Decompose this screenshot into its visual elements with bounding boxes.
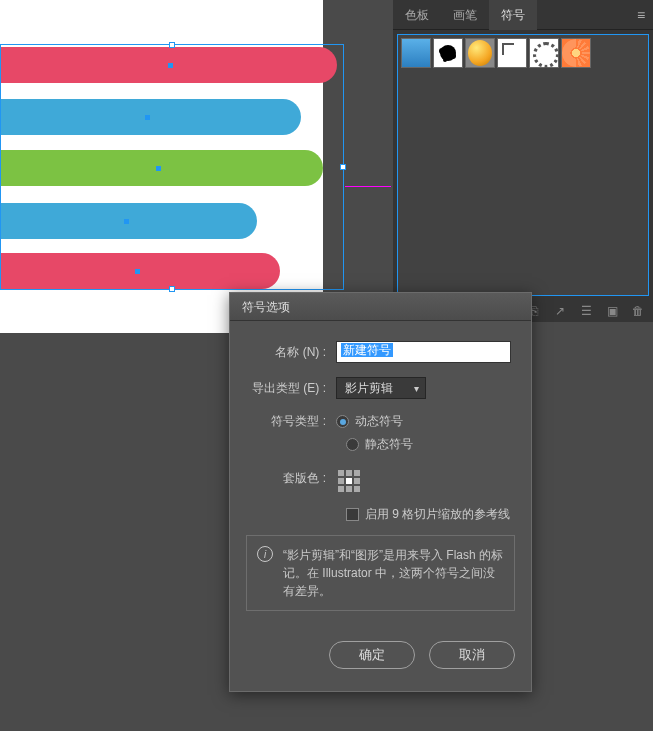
shape-red-2[interactable]	[0, 253, 280, 289]
radio-dynamic-symbol[interactable]	[336, 415, 349, 428]
symbol-options-dialog: 符号选项 名称 (N) : 新建符号 导出类型 (E) : 影片剪辑 符号类型 …	[229, 292, 532, 692]
static-symbol-label: 静态符号	[365, 436, 413, 453]
enable-9slice-checkbox[interactable]	[346, 508, 359, 521]
symbol-orange-ball[interactable]	[465, 38, 495, 68]
symbol-gerbera-flower[interactable]	[561, 38, 591, 68]
symbol-options-icon[interactable]: ☰	[579, 304, 593, 318]
anchor-point[interactable]	[156, 166, 161, 171]
anchor-point[interactable]	[135, 269, 140, 274]
enable-9slice-label: 启用 9 格切片缩放的参考线	[365, 506, 510, 523]
canvas-area[interactable]	[0, 0, 323, 333]
symbols-panel: 色板 画笔 符号 ≡ ⎘ ↗ ☰ ▣ 🗑	[393, 0, 653, 322]
symbol-gear-ring[interactable]	[529, 38, 559, 68]
export-type-label: 导出类型 (E) :	[246, 380, 336, 397]
delete-symbol-icon[interactable]: 🗑	[631, 304, 645, 318]
dynamic-symbol-label: 动态符号	[355, 413, 403, 430]
cancel-button[interactable]: 取消	[429, 641, 515, 669]
dialog-title[interactable]: 符号选项	[230, 293, 531, 321]
anchor-point[interactable]	[124, 219, 129, 224]
info-text: “影片剪辑”和“图形”是用来导入 Flash 的标记。在 Illustrator…	[283, 546, 504, 600]
symbol-gradient-bar[interactable]	[401, 38, 431, 68]
radio-static-symbol[interactable]	[346, 438, 359, 451]
symbol-corner-mark[interactable]	[497, 38, 527, 68]
name-label: 名称 (N) :	[246, 344, 336, 361]
panel-tabs: 色板 画笔 符号 ≡	[393, 0, 653, 30]
panel-body	[393, 30, 653, 300]
name-input[interactable]: 新建符号	[336, 341, 511, 363]
symbol-ink-splat[interactable]	[433, 38, 463, 68]
registration-label: 套版色 :	[246, 470, 336, 487]
panel-menu-icon[interactable]: ≡	[629, 7, 653, 23]
tab-swatches[interactable]: 色板	[393, 0, 441, 30]
registration-grid[interactable]	[338, 470, 360, 492]
tab-brushes[interactable]: 画笔	[441, 0, 489, 30]
shape-blue-1[interactable]	[0, 99, 301, 135]
new-symbol-icon[interactable]: ▣	[605, 304, 619, 318]
resize-handle-right[interactable]	[340, 164, 346, 170]
symbol-list[interactable]	[397, 34, 649, 296]
info-box: i “影片剪辑”和“图形”是用来导入 Flash 的标记。在 Illustrat…	[246, 535, 515, 611]
info-icon: i	[257, 546, 273, 562]
anchor-point[interactable]	[168, 63, 173, 68]
ok-button[interactable]: 确定	[329, 641, 415, 669]
tab-symbols[interactable]: 符号	[489, 0, 537, 30]
shape-green[interactable]	[0, 150, 323, 186]
export-type-select[interactable]: 影片剪辑	[336, 377, 426, 399]
place-symbol-icon[interactable]: ↗	[553, 304, 567, 318]
smart-guide	[345, 186, 391, 187]
symbol-type-label: 符号类型 :	[246, 413, 336, 430]
anchor-point[interactable]	[145, 115, 150, 120]
